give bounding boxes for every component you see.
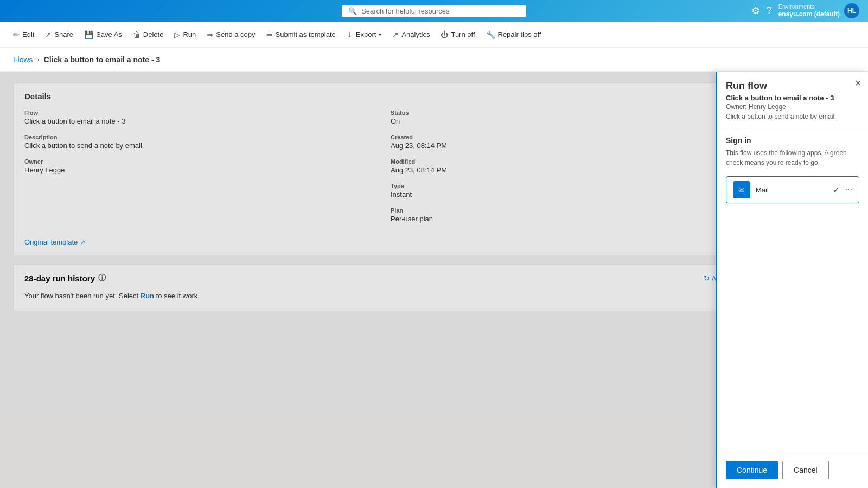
submit-template-button[interactable]: ⇒ Submit as template [262,28,340,42]
more-icon[interactable]: ··· [845,185,852,195]
export-chevron-icon: ▾ [379,31,381,37]
share-icon: ↗ [45,30,52,39]
panel-header: Run flow Click a button to email a note … [717,72,868,127]
turn-off-button[interactable]: ⏻ Turn off [436,28,479,42]
panel-body: Sign in This flow uses the following app… [717,127,868,452]
top-bar-right: ⚙ ? Environments enayu.com (default) HL [751,3,859,19]
mail-connection-row[interactable]: ✉ Mail ✓ ··· [726,176,859,203]
export-button[interactable]: ⤓ Export ▾ [342,28,386,42]
breadcrumb-chevron: › [37,56,40,63]
template-icon: ⇒ [266,30,273,39]
power-icon: ⏻ [441,30,448,39]
flows-breadcrumb-link[interactable]: Flows [13,55,33,64]
settings-icon[interactable]: ⚙ [751,5,760,17]
export-icon: ⤓ [347,30,353,39]
delete-icon: 🗑 [133,30,141,39]
search-placeholder: Search for helpful resources [361,7,450,15]
avatar[interactable]: HL [844,3,859,18]
mail-label: Mail [756,186,827,194]
search-bar[interactable]: 🔍 Search for helpful resources [342,5,526,17]
toolbar: ✏ Edit ↗ Share 💾 Save As 🗑 Delete ▷ Run … [0,22,868,48]
sign-in-desc: This flow uses the following apps. A gre… [726,148,859,168]
mail-icon: ✉ [733,181,750,198]
panel-footer: Continue Cancel [717,452,868,488]
edit-button[interactable]: ✏ Edit [9,28,39,42]
breadcrumb: Flows › Click a button to email a note -… [0,48,868,72]
edit-icon: ✏ [13,30,20,39]
run-button[interactable]: ▷ Run [170,28,200,42]
save-as-button[interactable]: 💾 Save As [80,28,126,42]
panel-close-button[interactable]: ✕ [854,78,861,88]
panel-subtitle: Click a button to email a note - 3 [726,94,859,102]
check-icon: ✓ [833,185,840,195]
search-icon: 🔍 [348,7,357,15]
send-copy-button[interactable]: ⇒ Send a copy [202,28,259,42]
repair-tips-button[interactable]: 🔧 Repair tips off [482,28,546,42]
analytics-icon: ↗ [392,30,399,39]
delete-button[interactable]: 🗑 Delete [129,28,168,42]
cancel-button[interactable]: Cancel [782,461,829,479]
panel-overlay [0,72,716,488]
share-button[interactable]: ↗ Share [41,28,78,42]
panel-title: Run flow [726,80,859,92]
repair-icon: 🔧 [486,30,495,39]
continue-button[interactable]: Continue [726,461,778,479]
help-icon[interactable]: ? [767,5,772,16]
top-bar: 🔍 Search for helpful resources ⚙ ? Envir… [0,0,868,22]
env-info: Environments enayu.com (default) [778,3,840,19]
sign-in-title: Sign in [726,136,859,145]
send-icon: ⇒ [207,30,213,39]
save-icon: 💾 [84,30,93,39]
analytics-button[interactable]: ↗ Analytics [388,28,434,42]
breadcrumb-current: Click a button to email a note - 3 [44,55,161,64]
main-content: Details Edit Flow Click a button to emai… [0,72,868,488]
run-icon: ▷ [174,30,180,39]
panel-owner: Owner: Henry Legge [726,103,859,111]
panel-desc: Click a button to send a note by email. [726,113,859,120]
run-flow-panel: Run flow Click a button to email a note … [716,72,868,488]
